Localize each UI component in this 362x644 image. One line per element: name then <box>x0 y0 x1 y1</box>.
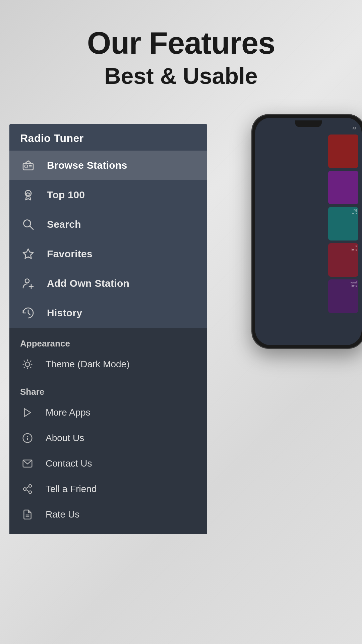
friend-label: Tell a Friend <box>46 484 97 494</box>
status-bar: 65 <box>353 127 356 131</box>
add-station-label: Add Own Station <box>47 278 129 289</box>
drawer-top: Radio Tuner Browse Stations <box>9 124 207 328</box>
tile-4: kions <box>328 243 358 277</box>
top100-label: Top 100 <box>47 189 85 201</box>
app-title: Radio Tuner <box>9 124 207 151</box>
theme-icon <box>20 357 35 372</box>
svg-line-19 <box>30 361 31 362</box>
drawer: Radio Tuner Browse Stations <box>9 124 207 534</box>
browse-label: Browse Stations <box>47 160 127 171</box>
divider-1 <box>20 380 196 380</box>
svg-line-6 <box>30 226 33 229</box>
menu-item-theme[interactable]: Theme (Dark Mode) <box>9 352 207 377</box>
share-section-label: Share <box>9 383 207 400</box>
info-icon <box>20 431 35 445</box>
tile-1 <box>328 135 358 168</box>
menu-item-favorites[interactable]: Favorites <box>9 239 207 269</box>
award-icon <box>20 187 36 203</box>
share-icon <box>20 482 35 496</box>
svg-line-14 <box>24 361 25 362</box>
search-icon <box>20 216 36 232</box>
svg-marker-20 <box>24 409 31 417</box>
menu-item-add-station[interactable]: Add Own Station <box>9 269 207 298</box>
radio-icon <box>20 157 36 173</box>
menu-item-about[interactable]: About Us <box>9 425 207 451</box>
history-icon <box>20 305 36 321</box>
menu-item-friend[interactable]: Tell a Friend <box>9 476 207 502</box>
favorites-label: Favorites <box>47 248 93 260</box>
tile-2 <box>328 171 358 204</box>
phone-notch <box>295 120 322 127</box>
rate-label: Rate Us <box>46 509 79 520</box>
contact-label: Contact Us <box>46 458 92 469</box>
svg-point-27 <box>29 491 32 493</box>
menu-item-search[interactable]: Search <box>9 210 207 239</box>
theme-label: Theme (Dark Mode) <box>46 359 130 370</box>
svg-line-28 <box>26 486 29 488</box>
svg-point-1 <box>25 165 28 168</box>
menu-item-rate[interactable]: Rate Us <box>9 502 207 527</box>
page-subtitle: Best & Usable <box>0 63 362 89</box>
menu-item-contact[interactable]: Contact Us <box>9 451 207 476</box>
tile-3: ngons <box>328 207 358 240</box>
svg-marker-7 <box>23 249 33 259</box>
phone-frame: 65 ngons kions ionalions <box>251 114 362 356</box>
more-apps-label: More Apps <box>46 407 90 418</box>
svg-point-26 <box>23 488 26 490</box>
svg-point-25 <box>29 485 32 487</box>
svg-point-8 <box>25 279 29 283</box>
history-label: History <box>47 307 82 319</box>
page-title: Our Features <box>0 27 362 59</box>
menu-item-browse[interactable]: Browse Stations <box>9 151 207 180</box>
star-icon <box>20 246 36 262</box>
svg-point-11 <box>25 362 29 366</box>
play-store-icon <box>20 405 35 420</box>
svg-line-18 <box>24 367 25 368</box>
menu-item-history[interactable]: History <box>9 298 207 328</box>
header: Our Features Best & Usable <box>0 27 362 89</box>
about-label: About Us <box>46 433 84 443</box>
search-label: Search <box>47 219 81 230</box>
menu-item-top100[interactable]: Top 100 <box>9 180 207 210</box>
drawer-bottom: Appearance Theme (Dark Mode) Share <box>9 328 207 534</box>
rate-icon <box>20 507 35 522</box>
add-user-icon <box>20 275 36 291</box>
appearance-section-label: Appearance <box>9 334 207 352</box>
svg-line-29 <box>26 490 29 492</box>
menu-item-more-apps[interactable]: More Apps <box>9 400 207 425</box>
tile-5: ionalions <box>328 279 358 313</box>
phone-tiles: ngons kions ionalions <box>328 135 362 345</box>
mail-icon <box>20 456 35 471</box>
svg-line-15 <box>30 367 31 368</box>
